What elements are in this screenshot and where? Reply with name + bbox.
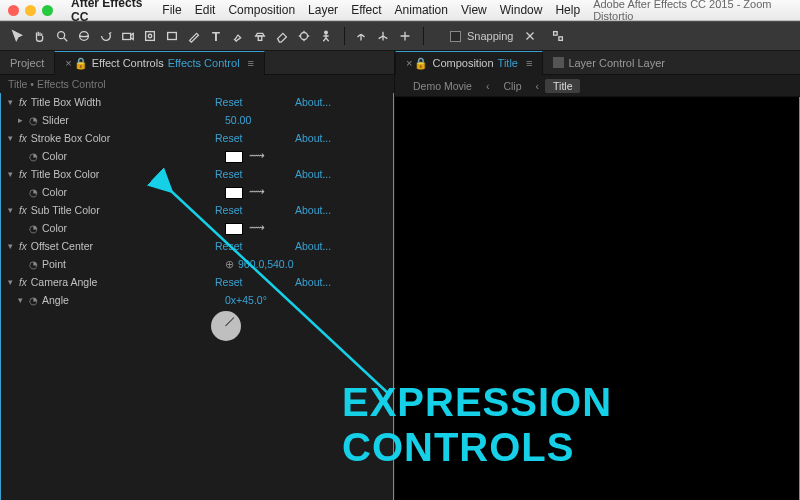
menu-edit[interactable]: Edit: [195, 3, 216, 17]
reset-button[interactable]: Reset: [215, 96, 295, 108]
tab-layer[interactable]: Layer Control Layer: [543, 51, 675, 75]
type-tool-icon[interactable]: T: [206, 26, 226, 46]
view-axis-mode-icon[interactable]: [395, 26, 415, 46]
fx-title-box-color[interactable]: ▾fxTitle Box Color Reset About...: [1, 165, 393, 183]
pan-behind-tool-icon[interactable]: [140, 26, 160, 46]
minimize-window-icon[interactable]: [25, 5, 36, 16]
snapping-checkbox[interactable]: [450, 31, 461, 42]
menu-animation[interactable]: Animation: [395, 3, 448, 17]
effect-controls-list: ▾fxTitle Box Width Reset About... ▸◔Slid…: [0, 93, 394, 500]
stopwatch-icon[interactable]: ◔: [29, 187, 38, 198]
crumb-demo-movie[interactable]: Demo Movie: [405, 79, 480, 93]
twirl-icon[interactable]: ▾: [5, 133, 15, 143]
color-swatch[interactable]: [225, 187, 243, 199]
fx-offset-center-value[interactable]: ▸◔Point ⊕960.0,540.0: [1, 255, 393, 273]
fx-camera-angle-value[interactable]: ▾◔Angle 0x+45.0°: [1, 291, 393, 309]
menu-effect[interactable]: Effect: [351, 3, 381, 17]
reset-button[interactable]: Reset: [215, 240, 295, 252]
menu-view[interactable]: View: [461, 3, 487, 17]
eyedropper-icon[interactable]: ⟿: [249, 149, 265, 161]
snap-edges-icon[interactable]: [520, 26, 540, 46]
twirl-icon[interactable]: ▸: [15, 115, 25, 125]
stopwatch-icon[interactable]: ◔: [29, 295, 38, 306]
about-button[interactable]: About...: [295, 240, 393, 252]
composition-viewer[interactable]: [395, 97, 800, 500]
reset-button[interactable]: Reset: [215, 276, 295, 288]
color-swatch[interactable]: [225, 223, 243, 235]
stopwatch-icon[interactable]: ◔: [29, 259, 38, 270]
slider-value[interactable]: 50.00: [225, 114, 393, 126]
stopwatch-icon[interactable]: ◔: [29, 115, 38, 126]
selection-tool-icon[interactable]: [8, 26, 28, 46]
menu-composition[interactable]: Composition: [228, 3, 295, 17]
angle-value[interactable]: 0x+45.0°: [225, 294, 393, 306]
brush-tool-icon[interactable]: [228, 26, 248, 46]
eraser-tool-icon[interactable]: [272, 26, 292, 46]
twirl-icon[interactable]: ▾: [5, 169, 15, 179]
close-tab-icon[interactable]: ×: [406, 57, 412, 69]
angle-dial[interactable]: [211, 311, 241, 341]
fx-title-box-width[interactable]: ▾fxTitle Box Width Reset About...: [1, 93, 393, 111]
fx-sub-title-color[interactable]: ▾fxSub Title Color Reset About...: [1, 201, 393, 219]
puppet-tool-icon[interactable]: [316, 26, 336, 46]
fx-sub-title-color-value[interactable]: ▸◔Color ⟿: [1, 219, 393, 237]
fx-camera-angle[interactable]: ▾fxCamera Angle Reset About...: [1, 273, 393, 291]
local-axis-mode-icon[interactable]: [351, 26, 371, 46]
panel-menu-icon[interactable]: ≡: [248, 57, 254, 69]
twirl-icon[interactable]: ▾: [15, 295, 25, 305]
about-button[interactable]: About...: [295, 132, 393, 144]
twirl-icon[interactable]: ▾: [5, 241, 15, 251]
stopwatch-icon[interactable]: ◔: [29, 151, 38, 162]
orbit-tool-icon[interactable]: [74, 26, 94, 46]
tab-composition[interactable]: × 🔒 Composition Title ≡: [395, 51, 543, 75]
reset-button[interactable]: Reset: [215, 168, 295, 180]
reset-button[interactable]: Reset: [215, 204, 295, 216]
roto-brush-tool-icon[interactable]: [294, 26, 314, 46]
fx-title-box-color-value[interactable]: ▸◔Color ⟿: [1, 183, 393, 201]
window-controls[interactable]: [8, 5, 53, 16]
about-button[interactable]: About...: [295, 96, 393, 108]
menu-file[interactable]: File: [162, 3, 181, 17]
menu-help[interactable]: Help: [555, 3, 580, 17]
snap-bounds-icon[interactable]: [548, 26, 568, 46]
rectangle-tool-icon[interactable]: [162, 26, 182, 46]
close-window-icon[interactable]: [8, 5, 19, 16]
about-button[interactable]: About...: [295, 276, 393, 288]
crumb-clip[interactable]: Clip: [495, 79, 529, 93]
app-name[interactable]: After Effects CC: [71, 0, 154, 24]
rotate-tool-icon[interactable]: [96, 26, 116, 46]
menu-layer[interactable]: Layer: [308, 3, 338, 17]
pen-tool-icon[interactable]: [184, 26, 204, 46]
crumb-title[interactable]: Title: [545, 79, 580, 93]
tab-project[interactable]: Project: [0, 51, 54, 75]
lock-icon[interactable]: 🔒: [74, 57, 88, 70]
twirl-icon[interactable]: ▾: [5, 205, 15, 215]
menu-window[interactable]: Window: [500, 3, 543, 17]
hand-tool-icon[interactable]: [30, 26, 50, 46]
fx-stroke-box-color-value[interactable]: ▸◔Color ⟿: [1, 147, 393, 165]
fx-stroke-box-color[interactable]: ▾fxStroke Box Color Reset About...: [1, 129, 393, 147]
fx-title-box-width-slider[interactable]: ▸◔Slider 50.00: [1, 111, 393, 129]
eyedropper-icon[interactable]: ⟿: [249, 221, 265, 233]
tab-effect-controls[interactable]: × 🔒 Effect Controls Effects Control ≡: [54, 51, 265, 75]
point-crosshair-icon[interactable]: ⊕: [225, 258, 234, 270]
color-swatch[interactable]: [225, 151, 243, 163]
camera-tool-icon[interactable]: [118, 26, 138, 46]
stopwatch-icon[interactable]: ◔: [29, 223, 38, 234]
twirl-icon[interactable]: ▾: [5, 277, 15, 287]
reset-button[interactable]: Reset: [215, 132, 295, 144]
zoom-tool-icon[interactable]: [52, 26, 72, 46]
eyedropper-icon[interactable]: ⟿: [249, 185, 265, 197]
world-axis-mode-icon[interactable]: [373, 26, 393, 46]
panel-menu-icon[interactable]: ≡: [526, 57, 532, 69]
clone-stamp-tool-icon[interactable]: [250, 26, 270, 46]
close-tab-icon[interactable]: ×: [65, 57, 71, 69]
point-value[interactable]: 960.0,540.0: [238, 258, 293, 270]
twirl-icon[interactable]: ▾: [5, 97, 15, 107]
prop-label: Color: [42, 222, 67, 234]
fx-offset-center[interactable]: ▾fxOffset Center Reset About...: [1, 237, 393, 255]
about-button[interactable]: About...: [295, 168, 393, 180]
zoom-window-icon[interactable]: [42, 5, 53, 16]
lock-icon[interactable]: 🔒: [414, 57, 428, 70]
about-button[interactable]: About...: [295, 204, 393, 216]
